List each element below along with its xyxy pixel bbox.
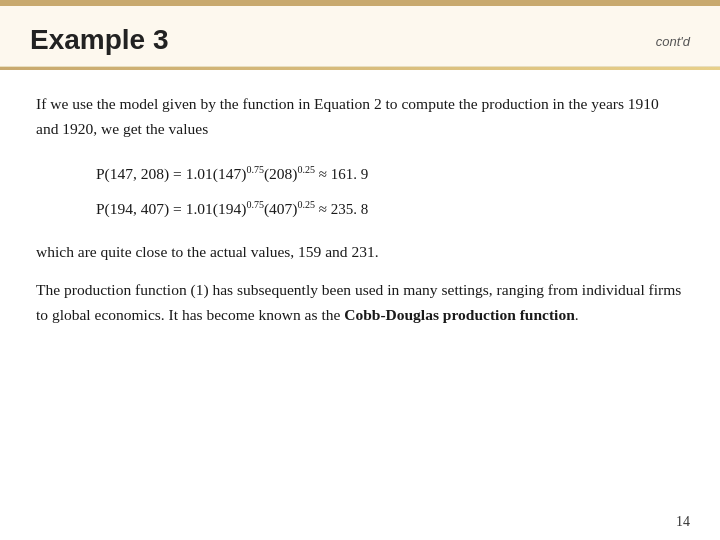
math-line2-exp1: 0.75 [246,198,264,209]
math-line1-exp1: 0.75 [246,163,264,174]
math-line1-exp2: 0.25 [297,163,315,174]
paragraph-3-end: . [575,306,579,323]
math-line2-exp2: 0.25 [297,198,315,209]
page-number: 14 [676,514,690,530]
math-line2-mid: (407) [264,200,298,217]
paragraph-3: The production function (1) has subseque… [36,278,684,328]
slide-title: Example 3 [30,24,169,56]
page: Example 3 cont'd If we use the model giv… [0,0,720,540]
math-line-1: P(147, 208) = 1.01(147)0.75(208)0.25 ≈ 1… [96,158,684,189]
math-line1-suffix: ≈ 161. 9 [315,166,368,182]
paragraph-2: which are quite close to the actual valu… [36,240,684,265]
paragraph-1: If we use the model given by the functio… [36,92,684,142]
math-line2-suffix: ≈ 235. 8 [315,201,368,217]
contd-label: cont'd [656,34,690,49]
math-line-2: P(194, 407) = 1.01(194)0.75(407)0.25 ≈ 2… [96,193,684,224]
math-line1-mid: (208) [264,165,298,182]
math-line2-prefix: P(194, 407) = 1.01(194) [96,200,246,217]
math-line1-prefix: P(147, 208) = 1.01(147) [96,165,246,182]
cobb-douglas-label: Cobb-Douglas production function [344,306,575,323]
math-equations: P(147, 208) = 1.01(147)0.75(208)0.25 ≈ 1… [96,158,684,224]
slide-header: Example 3 cont'd [0,6,720,67]
main-content: If we use the model given by the functio… [0,70,720,352]
